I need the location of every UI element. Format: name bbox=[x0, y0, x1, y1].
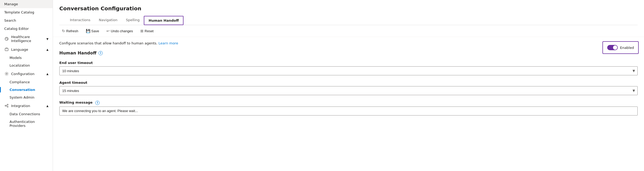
main-content: Conversation Configuration Interactions … bbox=[53, 0, 644, 171]
end-user-timeout-field: End user timeout 5 minutes 10 minutes 15… bbox=[59, 61, 638, 75]
undo-icon: ↩ bbox=[106, 29, 110, 33]
refresh-button[interactable]: ↻ Refresh bbox=[59, 28, 81, 34]
tab-human-handoff[interactable]: Human Handoff bbox=[144, 16, 184, 25]
tab-bar: Interactions Navigation Spelling Human H… bbox=[59, 16, 638, 25]
sidebar-item-template-catalog[interactable]: Template Catalog bbox=[0, 8, 53, 16]
reset-button[interactable]: ⊠ Reset bbox=[138, 28, 156, 34]
sidebar-item-label: Template Catalog bbox=[4, 10, 34, 14]
end-user-timeout-select-wrapper: 5 minutes 10 minutes 15 minutes 20 minut… bbox=[59, 66, 638, 75]
sidebar-section-label: Integration bbox=[11, 104, 30, 108]
sidebar-item-label: Data Connections bbox=[10, 112, 40, 116]
page-title: Conversation Configuration bbox=[59, 5, 638, 12]
section-title-human-handoff: Human Handoff i bbox=[59, 50, 638, 56]
save-button[interactable]: 💾 Save bbox=[83, 28, 102, 34]
sidebar-item-label: Search bbox=[4, 19, 16, 22]
refresh-label: Refresh bbox=[66, 29, 78, 33]
language-icon bbox=[4, 47, 9, 52]
tab-navigation[interactable]: Navigation bbox=[95, 16, 122, 25]
sidebar-item-label: Models bbox=[10, 56, 22, 60]
tab-spelling[interactable]: Spelling bbox=[122, 16, 144, 25]
reset-icon: ⊠ bbox=[140, 29, 144, 33]
svg-rect-1 bbox=[5, 48, 8, 51]
chevron-up-icon: ▲ bbox=[46, 104, 48, 107]
agent-timeout-select[interactable]: 5 minutes 10 minutes 15 minutes 20 minut… bbox=[59, 86, 638, 95]
integration-icon bbox=[4, 103, 9, 108]
chevron-up-icon: ▲ bbox=[46, 48, 48, 51]
brain-icon bbox=[4, 36, 9, 41]
enabled-label: Enabled bbox=[620, 46, 634, 50]
sidebar-item-models[interactable]: Models bbox=[0, 54, 53, 62]
save-icon: 💾 bbox=[86, 29, 90, 33]
chevron-down-icon: ▼ bbox=[46, 38, 48, 40]
page-header: Conversation Configuration Interactions … bbox=[53, 0, 644, 25]
sidebar-section-integration[interactable]: Integration ▲ bbox=[0, 101, 53, 110]
sidebar-item-label: Compliance bbox=[10, 80, 30, 84]
sidebar-section-label: Configuration bbox=[11, 72, 34, 76]
sidebar: Manage Template Catalog Search Catalog E… bbox=[0, 0, 53, 171]
sidebar-item-label: Authentication Providers bbox=[10, 120, 48, 128]
chevron-up-icon: ▲ bbox=[46, 72, 48, 75]
enabled-toggle[interactable] bbox=[607, 45, 618, 50]
sidebar-item-label: Manage bbox=[4, 2, 18, 6]
sidebar-item-label: System Admin bbox=[10, 95, 34, 99]
reset-label: Reset bbox=[145, 29, 154, 33]
svg-point-4 bbox=[7, 104, 8, 105]
description: Configure scenarios that allow handoff t… bbox=[59, 41, 638, 45]
agent-timeout-field: Agent timeout 5 minutes 10 minutes 15 mi… bbox=[59, 81, 638, 95]
learn-more-link[interactable]: Learn more bbox=[159, 41, 178, 45]
svg-point-3 bbox=[5, 105, 6, 106]
waiting-message-info-icon[interactable]: i bbox=[95, 101, 100, 105]
sidebar-section-label: Healthcare Intelligence bbox=[11, 35, 46, 43]
waiting-message-label: Waiting message i bbox=[59, 100, 638, 105]
agent-timeout-label: Agent timeout bbox=[59, 81, 638, 85]
save-label: Save bbox=[91, 29, 99, 33]
enabled-toggle-container: Enabled bbox=[602, 41, 639, 54]
sidebar-section-healthcare-intelligence[interactable]: Healthcare Intelligence ▼ bbox=[0, 33, 53, 45]
content-area: Enabled Configure scenarios that allow h… bbox=[53, 37, 644, 171]
svg-point-5 bbox=[7, 106, 8, 107]
svg-point-0 bbox=[5, 37, 8, 40]
sidebar-section-language[interactable]: Language ▲ bbox=[0, 45, 53, 54]
undo-label: Undo changes bbox=[111, 29, 133, 33]
toolbar: ↻ Refresh 💾 Save ↩ Undo changes ⊠ Reset bbox=[53, 25, 644, 37]
sidebar-item-search[interactable]: Search bbox=[0, 16, 53, 25]
end-user-timeout-select[interactable]: 5 minutes 10 minutes 15 minutes 20 minut… bbox=[59, 66, 638, 75]
agent-timeout-select-wrapper: 5 minutes 10 minutes 15 minutes 20 minut… bbox=[59, 86, 638, 95]
tab-interactions[interactable]: Interactions bbox=[66, 16, 95, 25]
sidebar-item-conversation[interactable]: Conversation bbox=[0, 86, 53, 94]
refresh-icon: ↻ bbox=[62, 29, 65, 33]
undo-button[interactable]: ↩ Undo changes bbox=[104, 28, 136, 34]
sidebar-item-localization[interactable]: Localization bbox=[0, 62, 53, 69]
sidebar-item-data-connections[interactable]: Data Connections bbox=[0, 110, 53, 118]
sidebar-section-label: Language bbox=[11, 48, 28, 52]
info-icon[interactable]: i bbox=[99, 51, 103, 55]
sidebar-item-compliance[interactable]: Compliance bbox=[0, 78, 53, 86]
svg-point-2 bbox=[6, 73, 7, 75]
sidebar-item-label: Conversation bbox=[10, 88, 35, 92]
end-user-timeout-label: End user timeout bbox=[59, 61, 638, 65]
waiting-message-field: Waiting message i bbox=[59, 100, 638, 115]
toggle-thumb bbox=[613, 45, 617, 50]
gear-icon bbox=[4, 71, 9, 76]
sidebar-item-label: Catalog Editor bbox=[4, 27, 29, 31]
sidebar-item-system-admin[interactable]: System Admin bbox=[0, 94, 53, 101]
sidebar-item-label: Localization bbox=[10, 63, 30, 67]
sidebar-item-catalog-editor[interactable]: Catalog Editor bbox=[0, 25, 53, 33]
sidebar-item-authentication-providers[interactable]: Authentication Providers bbox=[0, 118, 53, 130]
sidebar-section-configuration[interactable]: Configuration ▲ bbox=[0, 69, 53, 78]
sidebar-item-manage[interactable]: Manage bbox=[0, 0, 53, 8]
waiting-message-input[interactable] bbox=[59, 107, 638, 115]
